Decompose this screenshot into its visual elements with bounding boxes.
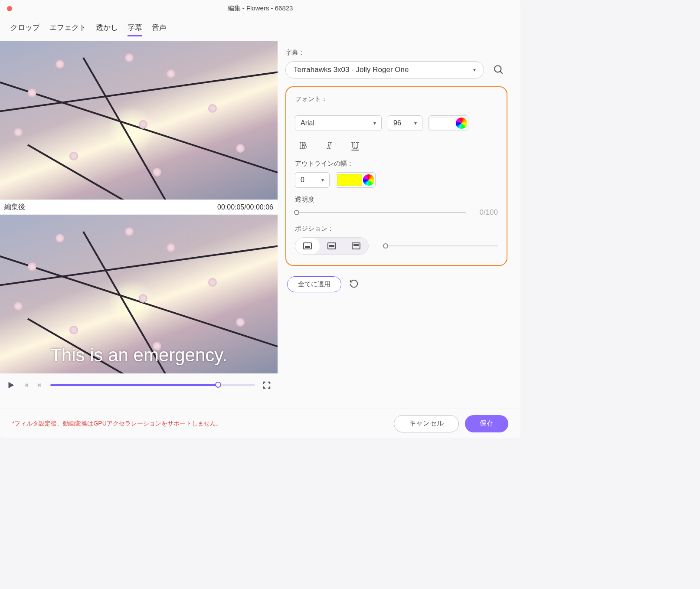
position-bottom-button[interactable] (295, 238, 320, 254)
titlebar: 編集 - Flowers - 66823 (0, 0, 520, 16)
chevron-down-icon: ▾ (373, 120, 376, 126)
font-label: フォント： (295, 95, 498, 103)
chevron-down-icon: ▾ (321, 177, 324, 183)
chevron-down-icon: ▾ (473, 67, 476, 73)
outline-label: アウトラインの幅： (295, 160, 498, 168)
position-top-button[interactable] (344, 238, 368, 254)
footer: *フィルタ設定後、動画変換はGPUアクセラレーションをサポートしません。 キャン… (0, 409, 520, 438)
reset-icon (349, 279, 359, 288)
position-segmented (295, 237, 369, 255)
position-offset-slider[interactable] (383, 242, 498, 249)
close-window-button[interactable] (7, 6, 12, 11)
font-family-select[interactable]: Arial▾ (295, 115, 382, 131)
play-button[interactable] (6, 380, 16, 390)
outline-width-select[interactable]: 0▾ (295, 172, 330, 188)
opacity-value: 0/100 (472, 208, 498, 217)
opacity-label: 透明度 (295, 196, 498, 204)
search-icon (493, 64, 504, 75)
color-wheel-icon (363, 174, 374, 186)
outline-color-swatch (337, 174, 362, 186)
preview-after: This is an emergency. (0, 215, 278, 373)
preview-before (0, 41, 278, 200)
font-color-picker[interactable] (429, 115, 468, 131)
after-label: 編集後 (4, 203, 25, 212)
opacity-slider[interactable] (295, 209, 466, 216)
svg-point-0 (494, 65, 501, 72)
search-subtitle-button[interactable] (490, 61, 507, 79)
outline-width-value: 0 (301, 176, 304, 184)
preview-info-row: 編集後 00:00:05/00:00:06 (0, 200, 278, 215)
step-forward-button[interactable] (36, 382, 43, 389)
window-title: 編集 - Flowers - 66823 (228, 4, 293, 13)
reset-button[interactable] (349, 279, 359, 290)
subtitle-file-value: Terrahawks 3x03 - Jolly Roger One (294, 65, 409, 74)
chevron-down-icon: ▾ (414, 120, 417, 126)
svg-line-1 (500, 71, 502, 73)
subtitle-section-label: 字幕： (285, 49, 507, 57)
underline-button[interactable]: U (349, 139, 362, 152)
outline-color-picker[interactable] (336, 172, 376, 188)
play-slider[interactable] (50, 384, 255, 386)
cancel-button[interactable]: キャンセル (394, 415, 459, 432)
color-wheel-icon (456, 118, 467, 129)
tab-audio[interactable]: 音声 (152, 23, 167, 36)
tab-bar: クロップ エフェクト 透かし 字幕 音声 (0, 16, 520, 41)
font-size-select[interactable]: 96▾ (388, 115, 422, 131)
tab-crop[interactable]: クロップ (10, 23, 40, 36)
gpu-warning: *フィルタ設定後、動画変換はGPUアクセラレーションをサポートしません。 (12, 420, 222, 428)
subtitle-file-select[interactable]: Terrahawks 3x03 - Jolly Roger One ▾ (285, 61, 484, 79)
tab-effect[interactable]: エフェクト (49, 23, 86, 36)
font-family-value: Arial (301, 119, 314, 127)
position-middle-button[interactable] (320, 238, 344, 254)
player-controls (0, 373, 278, 397)
tab-watermark[interactable]: 透かし (96, 23, 118, 36)
bold-button[interactable]: B (297, 139, 310, 152)
apply-all-button[interactable]: 全てに適用 (287, 276, 341, 292)
step-back-button[interactable] (23, 382, 29, 389)
fullscreen-button[interactable] (262, 380, 271, 390)
position-label: ポジション： (295, 225, 498, 233)
subtitle-style-panel: フォント： Arial▾ 96▾ B I U (285, 86, 507, 266)
save-button[interactable]: 保存 (465, 415, 508, 432)
tab-subtitle[interactable]: 字幕 (128, 23, 142, 36)
font-size-value: 96 (393, 119, 401, 127)
subtitle-overlay-text: This is an emergency. (0, 345, 278, 366)
time-display: 00:00:05/00:00:06 (217, 203, 273, 211)
italic-button[interactable]: I (323, 139, 336, 152)
font-color-swatch (430, 117, 455, 129)
